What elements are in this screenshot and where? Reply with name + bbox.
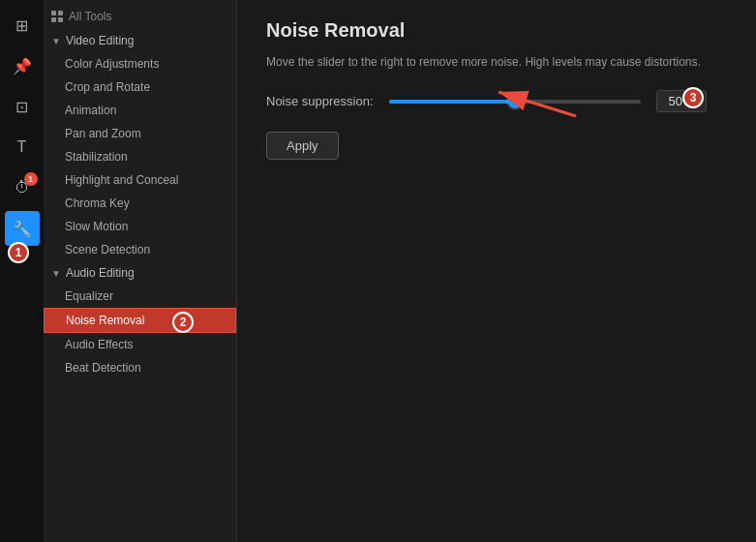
clock-badge: 1 [24,172,38,186]
grid-icon-btn[interactable]: ⊞ [5,8,40,43]
sidebar-item-slow-motion[interactable]: Slow Motion [44,215,236,238]
video-editing-arrow: ▼ [51,36,61,46]
video-editing-label: Video Editing [66,34,135,47]
sidebar-item-highlight-conceal[interactable]: Highlight and Conceal [44,168,236,192]
clock-icon-btn[interactable]: ⏱ 1 [5,170,40,205]
all-tools-grid-icon [51,11,63,22]
slider-thumb[interactable] [508,95,522,108]
sidebar-item-scene-detection[interactable]: Scene Detection [44,238,236,261]
apply-button[interactable]: Apply [266,132,339,160]
sidebar-item-beat-detection[interactable]: Beat Detection [44,356,236,379]
pin-icon-btn[interactable]: 📌 [5,48,40,83]
sidebar-item-noise-removal[interactable]: Noise Removal [44,308,236,333]
all-tools-item[interactable]: All Tools [44,4,236,29]
sidebar-item-crop-rotate[interactable]: Crop and Rotate [44,75,236,99]
sidebar-item-animation[interactable]: Animation [44,99,236,122]
crop-icon: ⊡ [15,98,28,116]
page-title: Noise Removal [266,19,727,42]
pin-icon: 📌 [13,57,32,75]
sidebar-item-color-adjustments[interactable]: Color Adjustments [44,52,236,75]
audio-editing-arrow: ▼ [51,268,61,279]
slider-value-display: 50% [656,90,707,112]
all-tools-label: All Tools [69,10,111,23]
sidebar-item-audio-effects[interactable]: Audio Effects [44,333,236,356]
tools-icon: 🔧 [13,220,32,238]
text-icon-btn[interactable]: T [5,130,40,165]
video-editing-items: Color Adjustments Crop and Rotate Animat… [44,52,236,261]
sidebar-item-stabilization[interactable]: Stabilization [44,145,236,168]
sidebar-item-pan-zoom[interactable]: Pan and Zoom [44,122,236,145]
audio-editing-header[interactable]: ▼ Audio Editing [44,261,236,285]
video-editing-header[interactable]: ▼ Video Editing [44,29,236,52]
noise-suppression-label: Noise suppression: [266,94,374,108]
sidebar: All Tools ▼ Video Editing Color Adjustme… [44,0,237,542]
slider-fill [389,100,515,104]
audio-editing-items: Equalizer Noise Removal Audio Effects Be… [44,285,236,379]
description: Move the slider to the right to remove m… [266,53,727,71]
audio-editing-label: Audio Editing [66,266,135,280]
icon-bar: ⊞ 📌 ⊡ T ⏱ 1 🔧 [0,0,44,542]
noise-suppression-slider-container [389,100,641,104]
crop-icon-btn[interactable]: ⊡ [5,89,40,124]
main-content: Noise Removal Move the slider to the rig… [237,0,756,542]
tools-icon-btn[interactable]: 🔧 [5,211,40,246]
text-icon: T [17,138,27,156]
sidebar-item-equalizer[interactable]: Equalizer [44,285,236,308]
sidebar-item-chroma-key[interactable]: Chroma Key [44,192,236,215]
slider-track[interactable] [389,100,641,104]
noise-suppression-row: Noise suppression: 50% [266,90,727,112]
grid-icon: ⊞ [15,16,28,35]
